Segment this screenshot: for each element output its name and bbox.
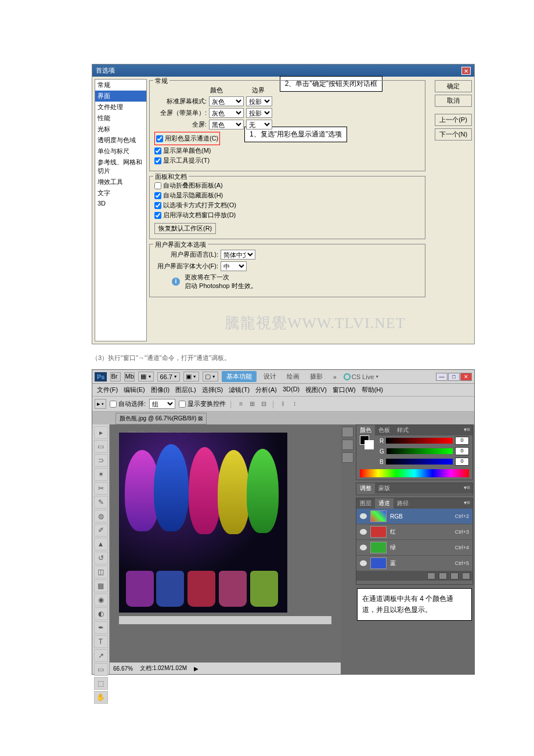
- horizontal-scrollbar[interactable]: [119, 616, 331, 624]
- color-slider[interactable]: [387, 448, 453, 454]
- bridge-icon[interactable]: Br: [110, 372, 121, 381]
- visibility-icon[interactable]: [360, 545, 367, 550]
- crop-tool[interactable]: ✂: [94, 482, 108, 495]
- document-canvas[interactable]: [119, 433, 287, 613]
- prev-button[interactable]: 上一个(P): [435, 114, 472, 126]
- menu-item[interactable]: 3D(D): [280, 385, 302, 395]
- color-slider[interactable]: [386, 438, 453, 444]
- status-arrow-icon[interactable]: ▶: [194, 665, 199, 672]
- sidebar-item[interactable]: 性能: [95, 113, 146, 124]
- panel-menu-icon[interactable]: ▾≡: [461, 425, 472, 435]
- 3d-tool[interactable]: ⬚: [94, 677, 108, 690]
- color-select[interactable]: 灰色: [209, 96, 244, 106]
- tab-layers[interactable]: 图层: [356, 498, 375, 509]
- heal-tool[interactable]: ◍: [94, 510, 108, 523]
- menu-item[interactable]: 图像(I): [149, 385, 172, 395]
- view-extras-dropdown[interactable]: ▦▼: [138, 372, 154, 381]
- align-icon-3[interactable]: ⊟: [260, 400, 268, 408]
- close-window-icon[interactable]: ✕: [460, 373, 472, 381]
- marquee-tool[interactable]: ▭: [94, 440, 108, 453]
- color-spectrum[interactable]: [360, 469, 469, 477]
- brush-tool[interactable]: ✐: [94, 524, 108, 537]
- channel-row[interactable]: 绿 Ctrl+4: [356, 540, 472, 556]
- status-zoom[interactable]: 66.67%: [113, 665, 133, 672]
- tab-color[interactable]: 颜色: [356, 425, 375, 435]
- menu-item[interactable]: 编辑(E): [121, 385, 147, 395]
- sidebar-item[interactable]: 单位与标尺: [95, 146, 146, 157]
- panel-menu-icon[interactable]: ▾≡: [461, 498, 472, 509]
- tab-adjust[interactable]: 调整: [356, 483, 375, 494]
- checkbox-option[interactable]: 以选项卡方式打开文档(O): [154, 201, 420, 210]
- tab-close-icon[interactable]: ⊠: [198, 415, 203, 422]
- border-select[interactable]: 投影: [246, 96, 272, 106]
- bg-swatch[interactable]: [365, 440, 374, 449]
- minimize-icon[interactable]: —: [436, 373, 448, 381]
- auto-select-type[interactable]: 组: [149, 399, 175, 409]
- auto-select-checkbox[interactable]: 自动选择:: [110, 399, 146, 408]
- document-tab[interactable]: 颜色瓶.jpg @ 66.7%(RGB/8#) ⊠: [116, 413, 207, 424]
- menu-item[interactable]: 视图(V): [303, 385, 329, 395]
- stamp-tool[interactable]: ▲: [94, 538, 108, 550]
- sidebar-item[interactable]: 增效工具: [95, 177, 146, 188]
- menu-item[interactable]: 图层(L): [173, 385, 198, 395]
- ok-button[interactable]: 确定: [435, 80, 472, 92]
- color-select[interactable]: 黑色: [209, 120, 244, 129]
- align-icon[interactable]: ≡: [237, 400, 245, 408]
- new-channel-icon[interactable]: [450, 573, 459, 579]
- cancel-button[interactable]: 取消: [435, 95, 472, 107]
- checkbox-option[interactable]: 自动折叠图标面板(A): [154, 181, 420, 190]
- border-select[interactable]: 投影: [246, 108, 272, 118]
- workspace-essential[interactable]: 基本功能: [222, 371, 257, 382]
- dialog-titlebar[interactable]: 首选项 ✕: [92, 64, 474, 77]
- screenmode-dropdown[interactable]: ▢▼: [203, 372, 218, 381]
- menu-item[interactable]: 窗口(W): [330, 385, 358, 395]
- channel-row[interactable]: 蓝 Ctrl+5: [356, 556, 472, 571]
- dock-icon-1[interactable]: [342, 427, 353, 437]
- distribute-icon-2[interactable]: ⫶: [291, 400, 299, 408]
- slider-value[interactable]: 0: [455, 458, 469, 466]
- border-select[interactable]: 无: [246, 120, 272, 129]
- gradient-tool[interactable]: ▦: [94, 579, 108, 592]
- ui-fontsize-select[interactable]: 中: [221, 261, 247, 271]
- eraser-tool[interactable]: ◫: [94, 566, 108, 578]
- cs-live-button[interactable]: CS Live▼: [344, 373, 379, 380]
- menu-item[interactable]: 帮助(H): [359, 385, 385, 395]
- next-button[interactable]: 下一个(N): [435, 128, 472, 141]
- workspace-more[interactable]: »: [330, 372, 340, 381]
- checkbox-option[interactable]: 用彩色显示通道(C): [156, 134, 218, 143]
- hand-tool[interactable]: ✋: [94, 691, 108, 704]
- panel-menu-icon[interactable]: ▾≡: [461, 483, 472, 494]
- workspace-design[interactable]: 设计: [260, 371, 280, 382]
- channel-row[interactable]: RGB Ctrl+2: [356, 509, 472, 524]
- tab-swatches[interactable]: 色板: [375, 425, 394, 435]
- slider-value[interactable]: 0: [455, 437, 469, 445]
- channel-row[interactable]: 红 Ctrl+3: [356, 524, 472, 540]
- blur-tool[interactable]: ◉: [94, 593, 108, 606]
- eyedropper-tool[interactable]: ✎: [94, 496, 108, 509]
- dock-icon-3[interactable]: [342, 452, 353, 463]
- tab-mask[interactable]: 蒙版: [375, 483, 394, 494]
- wand-tool[interactable]: ✶: [94, 468, 108, 481]
- arrange-dropdown[interactable]: ▣▼: [183, 372, 199, 381]
- lasso-tool[interactable]: ⊃: [94, 454, 108, 467]
- tab-channels[interactable]: 通道: [375, 498, 394, 509]
- checkbox-option[interactable]: 启用浮动文档窗口停放(D): [154, 211, 420, 219]
- dodge-tool[interactable]: ◐: [94, 607, 108, 620]
- restore-workspace-button[interactable]: 恢复默认工作区(R): [154, 223, 216, 234]
- zoom-dropdown[interactable]: 66.7▼: [157, 372, 179, 381]
- checkbox-option[interactable]: 显示工具提示(T): [154, 156, 420, 165]
- delete-channel-icon[interactable]: [462, 573, 470, 579]
- path-tool[interactable]: ↗: [94, 649, 108, 662]
- slider-value[interactable]: 0: [455, 447, 469, 455]
- close-icon[interactable]: ✕: [461, 67, 471, 75]
- visibility-icon[interactable]: [360, 560, 367, 566]
- visibility-icon[interactable]: [360, 513, 367, 519]
- sidebar-item[interactable]: 文字: [95, 188, 146, 199]
- menu-item[interactable]: 选择(S): [200, 385, 226, 395]
- move-tool[interactable]: ▸: [94, 426, 108, 439]
- visibility-icon[interactable]: [360, 529, 367, 535]
- checkbox-option[interactable]: 自动显示隐藏面板(H): [154, 191, 420, 200]
- sidebar-item[interactable]: 常规: [95, 80, 146, 91]
- distribute-icon[interactable]: ⫴: [279, 400, 287, 408]
- color-select[interactable]: 灰色: [209, 108, 244, 118]
